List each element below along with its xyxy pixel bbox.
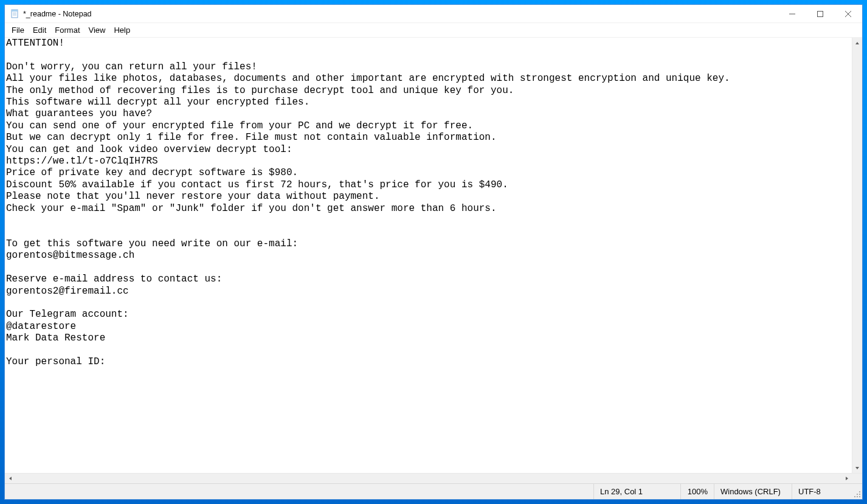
scrollbar-corner: [852, 474, 862, 484]
maximize-button[interactable]: [806, 5, 834, 23]
window-title: *_readme - Notepad: [23, 10, 778, 18]
vertical-scrollbar[interactable]: [852, 38, 862, 473]
menu-format[interactable]: Format: [50, 24, 84, 36]
menu-help[interactable]: Help: [109, 24, 134, 36]
titlebar[interactable]: *_readme - Notepad: [5, 5, 862, 23]
svg-point-13: [859, 491, 860, 492]
svg-rect-6: [818, 12, 823, 17]
svg-rect-1: [12, 10, 18, 12]
notepad-window: *_readme - Notepad File Edit Format View…: [4, 4, 863, 500]
statusbar: Ln 29, Col 1 100% Windows (CRLF) UTF-8: [5, 483, 862, 499]
scroll-left-button[interactable]: [5, 474, 15, 483]
scroll-down-button[interactable]: [852, 463, 862, 473]
svg-point-15: [859, 494, 860, 495]
hscroll-track[interactable]: [15, 474, 841, 483]
resize-grip[interactable]: [852, 484, 862, 499]
menu-edit[interactable]: Edit: [29, 24, 50, 36]
window-controls: [778, 5, 862, 22]
svg-point-17: [857, 496, 858, 497]
svg-point-14: [857, 494, 858, 495]
status-encoding: UTF-8: [792, 484, 852, 499]
svg-marker-10: [855, 467, 859, 469]
scroll-up-button[interactable]: [852, 38, 862, 48]
text-editor[interactable]: ATTENTION! Don't worry, you can return a…: [5, 38, 852, 473]
svg-marker-11: [9, 477, 12, 480]
menu-file[interactable]: File: [7, 24, 29, 36]
status-line-ending: Windows (CRLF): [714, 484, 792, 499]
svg-marker-9: [855, 42, 859, 44]
scroll-right-button[interactable]: [841, 474, 852, 483]
menubar: File Edit Format View Help: [5, 23, 862, 38]
content-area: ATTENTION! Don't worry, you can return a…: [5, 38, 862, 473]
notepad-icon: [10, 9, 19, 19]
minimize-button[interactable]: [778, 5, 806, 23]
horizontal-scrollbar[interactable]: [5, 473, 862, 483]
svg-marker-12: [846, 477, 848, 480]
status-position: Ln 29, Col 1: [593, 484, 680, 499]
svg-point-18: [859, 496, 860, 497]
status-zoom: 100%: [680, 484, 714, 499]
menu-view[interactable]: View: [85, 24, 110, 36]
svg-point-16: [854, 496, 855, 497]
close-button[interactable]: [834, 5, 862, 23]
